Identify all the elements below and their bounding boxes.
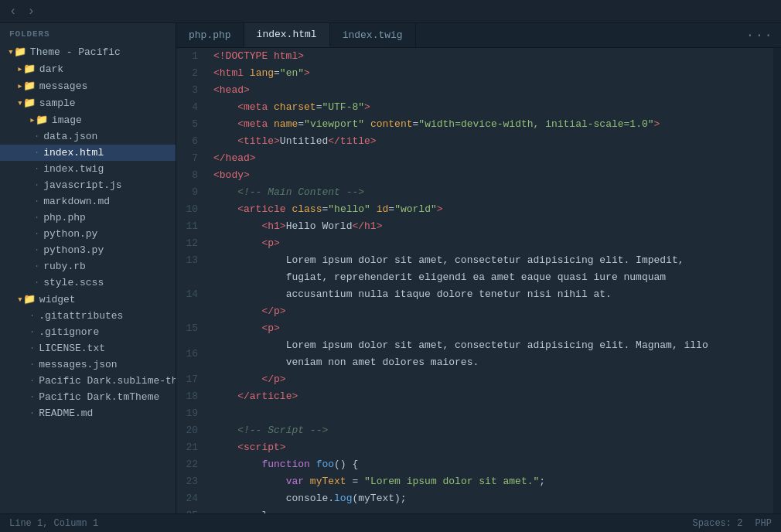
file-label: .gitattributes bbox=[39, 310, 123, 322]
sidebar-item-php-php[interactable]: · php.php bbox=[0, 210, 176, 226]
line-num-8: 8 bbox=[182, 167, 198, 184]
folder-icon: ▸📁 bbox=[29, 114, 48, 126]
sidebar-item-markdown-md[interactable]: · markdown.md bbox=[0, 193, 176, 210]
code-line-10: <article class="hello" id="world"> bbox=[213, 201, 773, 218]
sidebar-item-tmtheme[interactable]: · Pacific Dark.tmTheme bbox=[0, 389, 176, 405]
line-num-3: 3 bbox=[182, 82, 198, 99]
line-numbers: 1 2 3 4 5 6 7 8 9 10 11 12 13 14 15 16 1… bbox=[176, 48, 207, 513]
code-lines[interactable]: <!DOCTYPE html> <html lang="en"> <head> … bbox=[207, 48, 773, 513]
editor-content[interactable]: 1 2 3 4 5 6 7 8 9 10 11 12 13 14 15 16 1… bbox=[176, 48, 781, 513]
tab-php-label: php.php bbox=[189, 29, 231, 41]
line-num-24: 24 bbox=[182, 490, 198, 507]
file-label: messages.json bbox=[39, 359, 117, 370]
line-num-18: 18 bbox=[182, 388, 198, 405]
sidebar-item-python3-py[interactable]: · python3.py bbox=[0, 242, 176, 258]
code-line-12: <p> bbox=[213, 235, 773, 252]
file-icon: · bbox=[34, 213, 39, 223]
sidebar-item-gitattributes[interactable]: · .gitattributes bbox=[0, 308, 176, 324]
line-num-6: 6 bbox=[182, 133, 198, 150]
main-area: FOLDERS ▾📁 Theme - Pacific ▸📁 dark ▸📁 me… bbox=[0, 23, 781, 513]
sidebar-item-dark[interactable]: ▸📁 dark bbox=[0, 60, 176, 77]
scroll-track bbox=[773, 48, 781, 513]
line-num-25: 25 bbox=[182, 507, 198, 513]
root-folder-label: Theme - Pacific bbox=[30, 46, 121, 58]
line-num-9: 9 bbox=[182, 184, 198, 201]
line-num-1: 1 bbox=[182, 48, 198, 65]
file-icon: · bbox=[34, 164, 39, 175]
tab-index-twig-label: index.twig bbox=[343, 29, 403, 41]
sidebar-root-folder[interactable]: ▾📁 Theme - Pacific bbox=[0, 43, 176, 60]
line-num-5: 5 bbox=[182, 116, 198, 133]
sidebar-item-license[interactable]: · LICENSE.txt bbox=[0, 340, 176, 356]
line-num-19: 19 bbox=[182, 405, 198, 422]
code-line-8: <body> bbox=[213, 167, 773, 184]
code-line-3: <head> bbox=[213, 82, 773, 99]
file-icon: · bbox=[34, 196, 39, 207]
file-icon: · bbox=[29, 343, 35, 354]
code-line-19 bbox=[213, 405, 773, 422]
line-num-11: 11 bbox=[182, 218, 198, 235]
file-icon: · bbox=[29, 311, 35, 322]
sidebar-item-readme[interactable]: · README.md bbox=[0, 405, 176, 421]
sidebar-item-widget[interactable]: ▾📁 widget bbox=[0, 291, 176, 308]
sidebar-item-style-scss[interactable]: · style.scss bbox=[0, 275, 176, 291]
sidebar-item-sample[interactable]: ▾📁 sample bbox=[0, 94, 176, 111]
sidebar-item-javascript-js[interactable]: · javascript.js bbox=[0, 177, 176, 193]
code-line-11: <h1>Hello World</h1> bbox=[213, 218, 773, 235]
sidebar-item-index-twig[interactable]: · index.twig bbox=[0, 161, 176, 177]
line-num-20: 20 bbox=[182, 422, 198, 439]
line-num-12: 12 bbox=[182, 235, 198, 252]
file-icon: · bbox=[34, 278, 39, 288]
line-num-23: 23 bbox=[182, 473, 198, 490]
tabs-more-button[interactable]: ··· bbox=[738, 23, 781, 47]
file-icon: · bbox=[29, 392, 35, 403]
folders-header: FOLDERS bbox=[0, 23, 176, 43]
sidebar-item-messages-json[interactable]: · messages.json bbox=[0, 356, 176, 373]
tab-php[interactable]: php.php bbox=[176, 23, 244, 47]
status-bar: Line 1, Column 1 Spaces: 2 PHP bbox=[0, 513, 781, 532]
sidebar-item-image[interactable]: ▸📁 image bbox=[0, 111, 176, 128]
editor-area: php.php index.html index.twig ··· 1 2 3 … bbox=[176, 23, 781, 513]
sidebar: FOLDERS ▾📁 Theme - Pacific ▸📁 dark ▸📁 me… bbox=[0, 23, 176, 513]
toolbar: ‹ › bbox=[0, 0, 781, 23]
file-label: Pacific Dark.tmTheme bbox=[39, 391, 159, 403]
line-num-22: 22 bbox=[182, 456, 198, 473]
sidebar-item-ruby-rb[interactable]: · ruby.rb bbox=[0, 258, 176, 275]
status-spaces: Spaces: 2 bbox=[693, 518, 743, 529]
sidebar-item-data-json[interactable]: · data.json bbox=[0, 128, 176, 145]
file-label: javascript.js bbox=[43, 179, 121, 191]
sidebar-item-messages[interactable]: ▸📁 messages bbox=[0, 77, 176, 94]
folder-icon: ▾📁 bbox=[17, 97, 36, 109]
file-label: markdown.md bbox=[43, 196, 110, 207]
tab-index-html[interactable]: index.html bbox=[244, 23, 330, 47]
sidebar-item-sublime-theme[interactable]: · Pacific Dark.sublime-theme bbox=[0, 373, 176, 389]
line-num-4: 4 bbox=[182, 99, 198, 116]
code-line-5: <meta name="viewport" content="width=dev… bbox=[213, 116, 773, 133]
file-label: data.json bbox=[43, 131, 97, 142]
sidebar-item-index-html[interactable]: · index.html bbox=[0, 145, 176, 161]
folder-label: sample bbox=[39, 97, 76, 109]
line-num-15: 15 bbox=[182, 320, 198, 337]
code-line-6: <title>Untitled</title> bbox=[213, 133, 773, 150]
forward-button[interactable]: › bbox=[25, 3, 39, 20]
folder-icon: ▾📁 bbox=[17, 293, 36, 305]
code-line-9: <!-- Main Content --> bbox=[213, 184, 773, 201]
back-button[interactable]: ‹ bbox=[6, 3, 20, 20]
status-position: Line 1, Column 1 bbox=[9, 518, 98, 529]
line-num-21: 21 bbox=[182, 439, 198, 456]
sidebar-item-python-py[interactable]: · python.py bbox=[0, 226, 176, 242]
code-line-4: <meta charset="UTF-8"> bbox=[213, 99, 773, 116]
code-line-15: <p> bbox=[213, 320, 773, 337]
file-label: .gitignore bbox=[39, 326, 99, 338]
code-line-7: </head> bbox=[213, 150, 773, 167]
file-icon: · bbox=[34, 148, 39, 159]
code-line-24: console.log(myText); bbox=[213, 490, 773, 507]
sidebar-item-gitignore[interactable]: · .gitignore bbox=[0, 324, 176, 340]
folder-label: messages bbox=[39, 80, 87, 92]
file-icon: · bbox=[34, 180, 39, 191]
file-label: style.scss bbox=[43, 277, 104, 288]
tab-index-html-label: index.html bbox=[257, 29, 317, 40]
line-num-2: 2 bbox=[182, 65, 198, 82]
tabs-bar: php.php index.html index.twig ··· bbox=[176, 23, 781, 48]
tab-index-twig[interactable]: index.twig bbox=[330, 23, 416, 47]
